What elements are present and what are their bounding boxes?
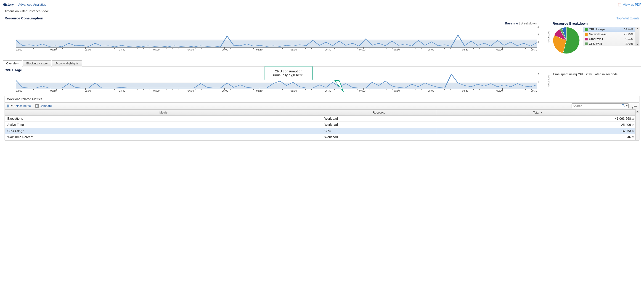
section-title-resource-consumption: Resource Consumption <box>4 16 43 20</box>
annotation-callout: CPU consumption unusually high here. <box>264 66 312 80</box>
top-nav: History | Advanced Analytics View as PDF <box>3 2 641 8</box>
cell-total: 14,063.17 <box>436 128 639 134</box>
section-title-resource-breakdown: Resource Breakdown <box>552 21 640 25</box>
legend-item[interactable]: CPU Usage 53.99% <box>583 27 635 32</box>
caret-down-icon <box>11 105 12 106</box>
detail-tabs: Overview Blocking History Activity Highl… <box>3 60 641 66</box>
top-wait-events-link[interactable]: Top Wait Events <box>616 16 640 20</box>
separator: | <box>16 3 16 6</box>
x-axis-ticks: 02:0002:3003:0003:3004:0004:3005:0005:30… <box>16 48 537 51</box>
table-options-icon[interactable] <box>633 104 637 107</box>
col-total[interactable]: Total ▼ <box>436 110 639 116</box>
legend-item[interactable]: Network Wait 27.45% <box>583 32 635 36</box>
tab-history[interactable]: History <box>3 3 14 6</box>
legend-label: Network Wait <box>589 32 624 36</box>
toggle-breakdown[interactable]: Breakdown <box>521 22 537 25</box>
pdf-icon <box>618 3 622 6</box>
tab-activity-highlights[interactable]: Activity Highlights <box>52 60 82 66</box>
tab-blocking-history[interactable]: Blocking History <box>23 60 51 66</box>
y-axis-label: seconds/s <box>548 31 550 42</box>
table-row[interactable]: Active Time Workload 25,406.04 <box>5 122 639 128</box>
cpu-usage-description: Time spent using CPU. Calculated in seco… <box>552 68 640 92</box>
legend-label: CPU Wait <box>589 42 626 46</box>
color-swatch <box>585 33 588 36</box>
resource-breakdown-pie[interactable] <box>552 27 580 54</box>
table-row[interactable]: Wait Time Percent Workload 46.01 <box>5 134 639 140</box>
cell-total: 41,063,268.00 <box>436 116 639 122</box>
cell-total: 46.01 <box>436 134 639 140</box>
tab-overview[interactable]: Overview <box>3 60 22 66</box>
legend-scrollbar[interactable]: ▲▼ <box>636 27 639 46</box>
legend-value: 9.74% <box>626 37 633 41</box>
cell-total: 25,406.04 <box>436 122 639 128</box>
cell-metric: Executions <box>5 116 322 122</box>
workload-metrics-panel: Workload related Metrics Select Metric C… <box>4 96 640 140</box>
legend-item[interactable]: CPU Wait 3.42% <box>583 41 635 46</box>
compare-button[interactable]: Compare <box>36 104 52 108</box>
color-swatch <box>585 42 588 45</box>
metrics-table: Metric Resource Total ▼ Executions Workl… <box>5 110 639 140</box>
toggle-baseline[interactable]: Baseline <box>505 22 518 25</box>
y-axis-label: seconds/s <box>548 75 550 86</box>
col-resource[interactable]: Resource <box>322 110 436 116</box>
svg-line-9 <box>624 106 624 107</box>
caret-down-icon[interactable] <box>626 105 628 106</box>
legend-label: CPU Usage <box>589 28 624 31</box>
svg-marker-7 <box>335 81 343 92</box>
search-icon[interactable] <box>622 104 625 108</box>
color-swatch <box>585 28 588 31</box>
col-metric[interactable]: Metric <box>5 110 322 116</box>
resource-breakdown-legend: CPU Usage 53.99% Network Wait 27.45% Oth… <box>583 27 640 46</box>
cell-metric: CPU Usage <box>5 128 322 134</box>
dimension-filter-label: Dimension Filter: Instance View <box>4 9 641 13</box>
legend-value: 3.42% <box>626 42 633 46</box>
gear-icon <box>7 104 10 108</box>
chart-mode-toggle: Baseline | Breakdown <box>4 21 544 26</box>
legend-label: Other Wait <box>589 37 626 41</box>
cell-resource: CPU <box>322 128 436 134</box>
search-input[interactable] <box>572 104 629 108</box>
view-as-pdf-label: View as PDF <box>623 3 641 6</box>
search-field[interactable] <box>573 104 622 108</box>
legend-item[interactable]: Other Wait 9.74% <box>583 36 635 41</box>
cell-resource: Workload <box>322 116 436 122</box>
legend-value: 53.99% <box>624 28 633 31</box>
table-row[interactable]: CPU Usage CPU 14,063.17 <box>5 128 639 134</box>
compare-icon <box>36 104 38 108</box>
select-metric-button[interactable]: Select Metric <box>7 104 30 108</box>
legend-value: 27.45% <box>624 32 633 36</box>
cell-metric: Wait Time Percent <box>5 134 322 140</box>
cell-resource: Workload <box>322 122 436 128</box>
workload-metrics-title: Workload related Metrics <box>5 96 639 102</box>
svg-point-8 <box>622 104 624 106</box>
view-as-pdf-link[interactable]: View as PDF <box>618 3 641 6</box>
x-axis-ticks: 02:0002:3003:0003:3004:0004:3005:0005:30… <box>16 89 537 92</box>
sort-desc-icon: ▼ <box>540 112 542 114</box>
table-row[interactable]: Executions Workload 41,063,268.00 <box>5 116 639 122</box>
workload-toolbar: Select Metric Compare <box>5 102 639 110</box>
cell-resource: Workload <box>322 134 436 140</box>
table-scrollbar[interactable]: ▲ <box>635 110 639 140</box>
cell-metric: Active Time <box>5 122 322 128</box>
resource-consumption-chart[interactable]: 642 seconds/s <box>16 26 537 48</box>
tab-advanced-analytics[interactable]: Advanced Analytics <box>18 3 46 6</box>
color-swatch <box>585 38 588 40</box>
